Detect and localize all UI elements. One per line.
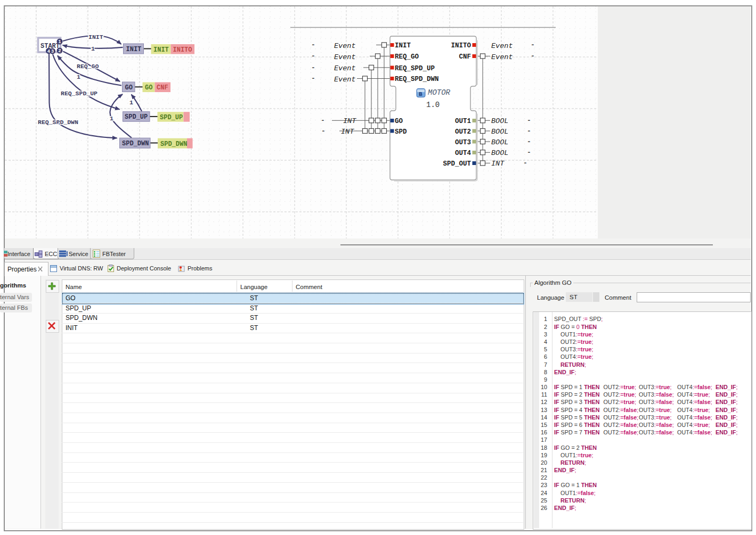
svg-text:INT: INT — [341, 128, 354, 136]
svg-text:OUT4: OUT4 — [455, 150, 472, 157]
svg-text:1: 1 — [77, 73, 80, 80]
svg-text:-: - — [527, 138, 531, 146]
svg-text:1.0: 1.0 — [426, 101, 440, 109]
svg-text:SPD_DWN: SPD_DWN — [122, 140, 149, 147]
svg-text:SPD_UP: SPD_UP — [160, 114, 183, 121]
svg-text:1: 1 — [110, 115, 113, 122]
svg-text:3: 3 — [51, 49, 54, 54]
svg-text:OUT2: OUT2 — [455, 128, 471, 136]
svg-text:-: - — [531, 41, 535, 49]
svg-text:B: B — [419, 91, 422, 97]
svg-text:CNF: CNF — [157, 84, 168, 92]
svg-text:-: - — [523, 159, 527, 167]
svg-text:INT: INT — [491, 160, 505, 168]
svg-text:OUT1: OUT1 — [455, 118, 471, 125]
svg-text:GO: GO — [125, 84, 133, 92]
svg-text:REQ_SPD_UP: REQ_SPD_UP — [61, 90, 97, 97]
svg-text:CNF: CNF — [459, 53, 471, 61]
svg-text:4: 4 — [47, 49, 51, 54]
svg-text:2: 2 — [58, 48, 61, 54]
svg-text:-: - — [527, 117, 531, 125]
svg-text:SPD: SPD — [395, 128, 407, 136]
svg-text:GO: GO — [395, 118, 403, 125]
svg-text:-: - — [311, 41, 315, 49]
svg-text:MOTOR: MOTOR — [428, 88, 451, 97]
svg-text:OUT3: OUT3 — [455, 139, 471, 146]
svg-text:SPD_DWN: SPD_DWN — [160, 141, 187, 148]
svg-text:INIT: INIT — [126, 46, 142, 53]
svg-text:Event: Event — [334, 76, 356, 84]
svg-text:INIT: INIT — [395, 42, 411, 50]
svg-text:BOOL: BOOL — [491, 138, 508, 146]
svg-text:BOOL: BOOL — [491, 149, 508, 157]
svg-text:Event: Event — [334, 64, 356, 72]
svg-text:Event: Event — [491, 53, 513, 61]
svg-text:-: - — [321, 127, 326, 135]
svg-text:-: - — [311, 52, 315, 60]
svg-text:1: 1 — [129, 99, 133, 106]
svg-text:-: - — [527, 149, 531, 157]
svg-text:REQ_SPD_DWN: REQ_SPD_DWN — [38, 119, 78, 126]
svg-text:INITO: INITO — [173, 46, 192, 54]
svg-text:REQ_SPD_DWN: REQ_SPD_DWN — [395, 76, 439, 83]
svg-text:BOOL: BOOL — [491, 128, 508, 136]
svg-text:GO: GO — [145, 84, 152, 92]
svg-text:-: - — [321, 117, 325, 125]
svg-text:Event: Event — [491, 42, 513, 50]
svg-text:INITO: INITO — [451, 42, 471, 50]
svg-text:INIT: INIT — [153, 46, 169, 54]
svg-text:INT: INT — [343, 117, 356, 125]
svg-text:BOOL: BOOL — [491, 117, 508, 125]
svg-text:1: 1 — [58, 39, 61, 45]
svg-text:Event: Event — [334, 53, 356, 61]
svg-text:-: - — [527, 127, 531, 135]
svg-text:REQ_GO: REQ_GO — [77, 63, 99, 70]
svg-text:-: - — [531, 52, 535, 60]
svg-text:-: - — [311, 64, 315, 72]
svg-text:REQ_SPD_UP: REQ_SPD_UP — [395, 65, 435, 72]
svg-text:Event: Event — [334, 42, 356, 50]
svg-text:SPD_UP: SPD_UP — [125, 113, 148, 121]
svg-text:SPD_OUT: SPD_OUT — [443, 160, 471, 168]
svg-text:1: 1 — [91, 45, 95, 52]
svg-text:-: - — [311, 75, 315, 83]
svg-text:REQ_GO: REQ_GO — [395, 53, 419, 61]
svg-text:INIT: INIT — [88, 34, 103, 40]
